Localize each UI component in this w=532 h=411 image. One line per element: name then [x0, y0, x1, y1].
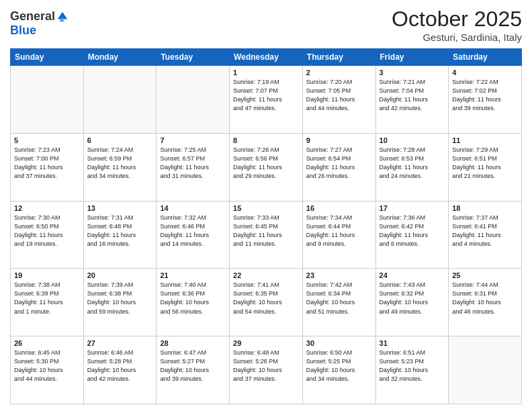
calendar-cell: 16Sunrise: 7:34 AM Sunset: 6:44 PM Dayli… — [302, 201, 375, 269]
calendar-cell: 23Sunrise: 7:42 AM Sunset: 6:34 PM Dayli… — [302, 269, 375, 336]
calendar-cell: 11Sunrise: 7:29 AM Sunset: 6:51 PM Dayli… — [449, 133, 522, 201]
calendar-cell: 7Sunrise: 7:25 AM Sunset: 6:57 PM Daylig… — [157, 133, 230, 201]
day-number: 26 — [14, 339, 80, 347]
day-number: 29 — [233, 339, 299, 347]
day-info: Sunrise: 7:26 AM Sunset: 6:56 PM Dayligh… — [233, 146, 299, 181]
calendar-cell: 24Sunrise: 7:43 AM Sunset: 6:32 PM Dayli… — [375, 269, 449, 336]
calendar-cell: 3Sunrise: 7:21 AM Sunset: 7:04 PM Daylig… — [375, 66, 449, 134]
col-monday: Monday — [83, 49, 157, 66]
day-number: 3 — [380, 68, 445, 77]
day-info: Sunrise: 7:41 AM Sunset: 6:35 PM Dayligh… — [233, 281, 299, 316]
day-number: 13 — [87, 204, 153, 212]
day-number: 28 — [160, 339, 226, 347]
day-number: 19 — [14, 271, 80, 279]
calendar-week-0: 1Sunrise: 7:19 AM Sunset: 7:07 PM Daylig… — [11, 66, 522, 134]
day-info: Sunrise: 7:28 AM Sunset: 6:53 PM Dayligh… — [380, 146, 445, 181]
day-info: Sunrise: 6:51 AM Sunset: 5:23 PM Dayligh… — [380, 349, 445, 383]
day-info: Sunrise: 7:37 AM Sunset: 6:41 PM Dayligh… — [452, 214, 518, 248]
day-info: Sunrise: 6:48 AM Sunset: 5:26 PM Dayligh… — [233, 349, 299, 383]
day-number: 4 — [452, 68, 518, 77]
day-number: 1 — [233, 68, 299, 77]
calendar-cell: 28Sunrise: 6:47 AM Sunset: 5:27 PM Dayli… — [157, 336, 230, 404]
calendar-cell: 10Sunrise: 7:28 AM Sunset: 6:53 PM Dayli… — [375, 133, 449, 201]
title-block: October 2025 Gesturi, Sardinia, Italy — [392, 7, 522, 43]
col-friday: Friday — [375, 49, 449, 66]
calendar-cell: 29Sunrise: 6:48 AM Sunset: 5:26 PM Dayli… — [230, 336, 303, 404]
calendar-cell: 8Sunrise: 7:26 AM Sunset: 6:56 PM Daylig… — [230, 133, 303, 201]
col-thursday: Thursday — [302, 49, 375, 66]
day-info: Sunrise: 7:34 AM Sunset: 6:44 PM Dayligh… — [306, 214, 372, 248]
day-info: Sunrise: 7:33 AM Sunset: 6:45 PM Dayligh… — [233, 214, 299, 248]
calendar-cell: 14Sunrise: 7:32 AM Sunset: 6:46 PM Dayli… — [157, 201, 230, 269]
day-info: Sunrise: 7:20 AM Sunset: 7:05 PM Dayligh… — [306, 78, 372, 113]
calendar-cell: 27Sunrise: 6:46 AM Sunset: 5:28 PM Dayli… — [83, 336, 157, 404]
month-title: October 2025 — [392, 7, 522, 32]
day-info: Sunrise: 7:42 AM Sunset: 6:34 PM Dayligh… — [306, 281, 372, 316]
day-number: 9 — [306, 136, 372, 144]
col-wednesday: Wednesday — [230, 49, 303, 66]
day-info: Sunrise: 7:43 AM Sunset: 6:32 PM Dayligh… — [380, 281, 445, 316]
day-info: Sunrise: 7:29 AM Sunset: 6:51 PM Dayligh… — [452, 146, 518, 181]
header-row: Sunday Monday Tuesday Wednesday Thursday… — [11, 49, 522, 66]
calendar-cell: 17Sunrise: 7:36 AM Sunset: 6:42 PM Dayli… — [375, 201, 449, 269]
calendar-cell — [11, 66, 84, 134]
day-number: 25 — [452, 271, 518, 279]
calendar-cell: 22Sunrise: 7:41 AM Sunset: 6:35 PM Dayli… — [230, 269, 303, 336]
day-info: Sunrise: 7:38 AM Sunset: 6:39 PM Dayligh… — [14, 281, 80, 316]
day-number: 16 — [306, 204, 372, 212]
day-number: 8 — [233, 136, 299, 144]
day-number: 17 — [380, 204, 445, 212]
day-info: Sunrise: 6:50 AM Sunset: 5:25 PM Dayligh… — [306, 349, 372, 383]
calendar-header: Sunday Monday Tuesday Wednesday Thursday… — [11, 49, 522, 66]
day-info: Sunrise: 7:27 AM Sunset: 6:54 PM Dayligh… — [306, 146, 372, 181]
day-number: 11 — [452, 136, 518, 144]
day-number: 20 — [87, 271, 153, 279]
day-info: Sunrise: 6:47 AM Sunset: 5:27 PM Dayligh… — [160, 349, 226, 383]
calendar-cell — [157, 66, 230, 134]
calendar-cell: 5Sunrise: 7:23 AM Sunset: 7:00 PM Daylig… — [11, 133, 84, 201]
calendar-cell: 19Sunrise: 7:38 AM Sunset: 6:39 PM Dayli… — [11, 269, 84, 336]
day-number: 23 — [306, 271, 372, 279]
day-info: Sunrise: 6:46 AM Sunset: 5:28 PM Dayligh… — [87, 349, 153, 383]
calendar-cell: 21Sunrise: 7:40 AM Sunset: 6:36 PM Dayli… — [157, 269, 230, 336]
calendar-cell: 20Sunrise: 7:39 AM Sunset: 6:38 PM Dayli… — [83, 269, 157, 336]
calendar-cell: 15Sunrise: 7:33 AM Sunset: 6:45 PM Dayli… — [230, 201, 303, 269]
calendar-cell: 1Sunrise: 7:19 AM Sunset: 7:07 PM Daylig… — [230, 66, 303, 134]
day-number: 7 — [160, 136, 226, 144]
calendar-cell: 6Sunrise: 7:24 AM Sunset: 6:59 PM Daylig… — [83, 133, 157, 201]
logo-general: General — [10, 9, 55, 24]
day-info: Sunrise: 7:31 AM Sunset: 6:48 PM Dayligh… — [87, 214, 153, 248]
calendar-cell: 30Sunrise: 6:50 AM Sunset: 5:25 PM Dayli… — [302, 336, 375, 404]
logo: General Blue — [10, 7, 69, 38]
calendar-week-3: 19Sunrise: 7:38 AM Sunset: 6:39 PM Dayli… — [11, 269, 522, 336]
day-info: Sunrise: 6:45 AM Sunset: 5:30 PM Dayligh… — [14, 349, 80, 383]
day-number: 14 — [160, 204, 226, 212]
calendar-cell: 13Sunrise: 7:31 AM Sunset: 6:48 PM Dayli… — [83, 201, 157, 269]
day-info: Sunrise: 7:22 AM Sunset: 7:02 PM Dayligh… — [452, 78, 518, 113]
calendar-cell — [83, 66, 157, 134]
day-number: 15 — [233, 204, 299, 212]
calendar-cell: 26Sunrise: 6:45 AM Sunset: 5:30 PM Dayli… — [11, 336, 84, 404]
day-number: 2 — [306, 68, 372, 77]
location: Gesturi, Sardinia, Italy — [392, 32, 522, 43]
calendar-cell: 12Sunrise: 7:30 AM Sunset: 6:50 PM Dayli… — [11, 201, 84, 269]
day-info: Sunrise: 7:25 AM Sunset: 6:57 PM Dayligh… — [160, 146, 226, 181]
calendar-cell: 18Sunrise: 7:37 AM Sunset: 6:41 PM Dayli… — [449, 201, 522, 269]
logo-blue: Blue — [10, 24, 36, 38]
day-info: Sunrise: 7:40 AM Sunset: 6:36 PM Dayligh… — [160, 281, 226, 316]
col-saturday: Saturday — [449, 49, 522, 66]
day-info: Sunrise: 7:23 AM Sunset: 7:00 PM Dayligh… — [14, 146, 80, 181]
calendar-cell: 9Sunrise: 7:27 AM Sunset: 6:54 PM Daylig… — [302, 133, 375, 201]
header: General Blue October 2025 Gesturi, Sardi… — [10, 7, 522, 43]
calendar-table: Sunday Monday Tuesday Wednesday Thursday… — [10, 48, 522, 404]
calendar-week-1: 5Sunrise: 7:23 AM Sunset: 7:00 PM Daylig… — [11, 133, 522, 201]
day-number: 5 — [14, 136, 80, 144]
calendar-cell — [449, 336, 522, 404]
day-number: 31 — [380, 339, 445, 347]
day-info: Sunrise: 7:39 AM Sunset: 6:38 PM Dayligh… — [87, 281, 153, 316]
day-number: 12 — [14, 204, 80, 212]
day-number: 6 — [87, 136, 153, 144]
day-number: 21 — [160, 271, 226, 279]
day-info: Sunrise: 7:32 AM Sunset: 6:46 PM Dayligh… — [160, 214, 226, 248]
day-number: 24 — [380, 271, 445, 279]
